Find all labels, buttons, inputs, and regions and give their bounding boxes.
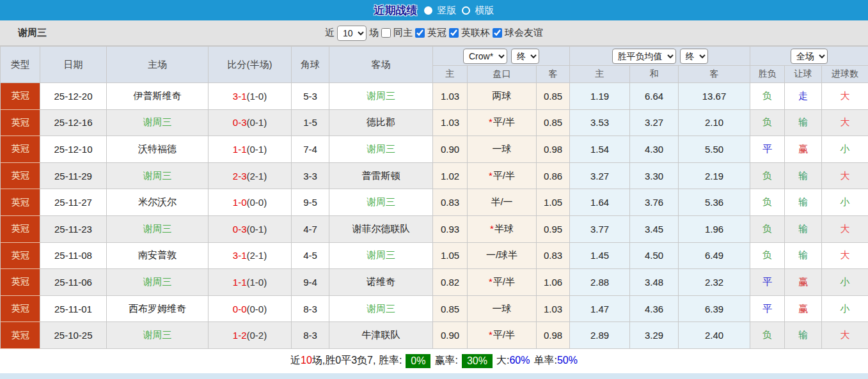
page-title: 近期战绩 (374, 3, 418, 18)
avg-away-cell: 5.50 (679, 136, 750, 163)
match-rows: 英冠25-12-20伊普斯维奇3-1(1-0)5-3谢周三1.03两球0.851… (1, 83, 868, 349)
avg-away-cell: 6.49 (679, 242, 750, 269)
checkbox-friendly-label: 球会友谊 (505, 27, 543, 39)
handicap-cell: 一/球半 (468, 242, 537, 269)
table-row: 英冠25-12-20伊普斯维奇3-1(1-0)5-3谢周三1.03两球0.851… (1, 83, 868, 110)
radio-vertical-label[interactable]: 竖版 (438, 4, 457, 17)
result-cell: 平 (750, 136, 785, 163)
checkbox-same-home[interactable] (381, 28, 391, 38)
match-count-select[interactable]: 10 (337, 26, 367, 41)
avg-away-cell: 1.96 (679, 215, 750, 242)
league-cell: 英冠 (1, 83, 40, 110)
checkbox-league[interactable] (415, 28, 425, 38)
odds-away-cell: 0.85 (537, 83, 570, 110)
avg-home-cell: 1.64 (570, 189, 630, 216)
date-cell: 25-11-23 (40, 215, 107, 242)
corner-cell: 7-4 (292, 136, 329, 163)
corner-cell: 1-5 (292, 109, 329, 136)
score-cell: 3-1(2-1) (209, 242, 292, 269)
odds-company-select[interactable]: Crow* (463, 49, 507, 64)
radio-vertical-icon[interactable] (424, 6, 432, 15)
league-cell: 英冠 (1, 295, 40, 322)
odds-home-cell: 0.83 (433, 189, 468, 216)
handicap-result-cell: 输 (785, 189, 822, 216)
home-team-cell: 米尔沃尔 (107, 189, 209, 216)
subheader-avg-draw: 和 (630, 66, 679, 83)
away-team-cell: 谢菲尔德联队 (329, 215, 433, 242)
odds-away-cell: 1.03 (537, 295, 570, 322)
goals-cell: 小 (822, 295, 868, 322)
goals-cell: 大 (822, 83, 868, 110)
corner-cell: 3-3 (292, 162, 329, 189)
away-team-cell: 谢周三 (329, 189, 433, 216)
home-team-cell: 西布罗姆维奇 (107, 295, 209, 322)
table-row: 英冠25-12-16谢周三0-3(0-1)1-5德比郡1.03*平/半0.853… (1, 109, 868, 136)
away-team-cell: 普雷斯顿 (329, 162, 433, 189)
avg-away-cell: 5.36 (679, 189, 750, 216)
col-header-score: 比分(半场) (209, 47, 292, 83)
league-cell: 英冠 (1, 136, 40, 163)
handicap-win-badge: 30% (462, 354, 493, 368)
goals-cell: 大 (822, 109, 868, 136)
avg-metric-select[interactable]: 胜平负均值 (612, 49, 676, 64)
games-label: 场 (369, 27, 379, 39)
table-row: 英冠25-11-23谢周三0-3(0-1)4-7谢菲尔德联队0.93*半球0.9… (1, 215, 868, 242)
result-cell: 负 (750, 83, 785, 110)
odds-away-cell: 1.06 (537, 269, 570, 296)
scope-select[interactable]: 全场 (791, 49, 828, 64)
home-team-cell: 南安普敦 (107, 242, 209, 269)
avg-away-cell: 2.10 (679, 109, 750, 136)
avg-draw-cell: 3.48 (630, 269, 679, 296)
score-cell: 0-0(0-0) (209, 295, 292, 322)
odds-home-cell: 0.85 (433, 295, 468, 322)
odds-away-cell: 0.98 (537, 136, 570, 163)
odds-home-cell: 0.90 (433, 322, 468, 349)
avg-home-cell: 2.89 (570, 322, 630, 349)
filter-bar: 谢周三 近 10 场 同主 英冠 英联杯 球会友谊 (0, 20, 868, 46)
odds-home-cell: 1.05 (433, 242, 468, 269)
handicap-cell: *平/半 (468, 162, 537, 189)
subheader-odds-away: 客 (537, 66, 570, 83)
home-team-cell: 谢周三 (107, 322, 209, 349)
goals-cell: 小 (822, 269, 868, 296)
result-cell: 负 (750, 322, 785, 349)
away-team-cell: 谢周三 (329, 295, 433, 322)
team-name: 谢周三 (18, 27, 47, 39)
avg-draw-cell: 6.64 (630, 83, 679, 110)
near-label: 近 (325, 27, 335, 39)
radio-horizontal-icon[interactable] (462, 6, 470, 15)
radio-horizontal-label[interactable]: 横版 (475, 4, 494, 17)
goals-cell: 大 (822, 322, 868, 349)
table-row: 英冠25-11-08南安普敦3-1(2-1)4-5谢周三1.05一/球半0.83… (1, 242, 868, 269)
avg-home-cell: 2.88 (570, 269, 630, 296)
result-cell: 负 (750, 162, 785, 189)
corner-cell: 8-3 (292, 295, 329, 322)
recent-results-panel: 近期战绩 竖版 横版 谢周三 近 10 场 同主 英冠 英联杯 球会友谊 (0, 0, 868, 379)
table-row: 英冠25-11-27米尔沃尔1-0(0-0)9-5谢周三0.83半/一1.051… (1, 189, 868, 216)
handicap-result-cell: 赢 (785, 136, 822, 163)
odds-home-cell: 0.90 (433, 136, 468, 163)
home-team-cell: 伊普斯维奇 (107, 83, 209, 110)
handicap-cell: 一球 (468, 295, 537, 322)
checkbox-league-cup[interactable] (449, 28, 459, 38)
avg-draw-cell: 4.50 (630, 242, 679, 269)
handicap-result-cell: 走 (785, 83, 822, 110)
col-header-home: 主场 (107, 47, 209, 83)
subheader-odds-home: 主 (433, 66, 468, 83)
scope-group-header: 全场 (750, 47, 868, 66)
win-rate-badge: 0% (406, 354, 430, 368)
away-team-cell: 诺维奇 (329, 269, 433, 296)
avg-time-select[interactable]: 终 (680, 49, 708, 64)
footer-summary-text: 近10场,胜0平3负7, 胜率: (290, 354, 402, 367)
handicap-cell: *平/半 (468, 109, 537, 136)
odds-time-select[interactable]: 终 (511, 49, 539, 64)
odds-group-header: Crow* 终 (433, 47, 570, 66)
score-cell: 0-3(0-1) (209, 215, 292, 242)
away-team-cell: 谢周三 (329, 83, 433, 110)
handicap-result-cell: 输 (785, 162, 822, 189)
home-team-cell: 沃特福德 (107, 136, 209, 163)
avg-home-cell: 3.27 (570, 162, 630, 189)
checkbox-friendly[interactable] (493, 28, 502, 38)
handicap-result-cell: 输 (785, 215, 822, 242)
result-cell: 平 (750, 269, 785, 296)
